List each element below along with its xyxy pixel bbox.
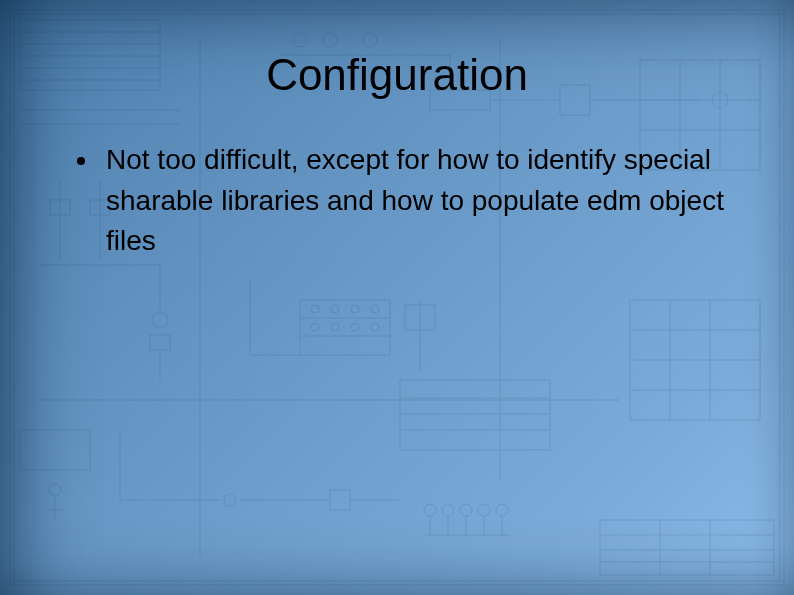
svg-point-35 <box>152 312 168 328</box>
svg-rect-67 <box>330 490 350 510</box>
svg-point-46 <box>331 323 339 331</box>
slide-title: Configuration <box>40 50 754 100</box>
svg-point-45 <box>311 323 319 331</box>
slide: Configuration Not too difficult, except … <box>0 0 794 595</box>
svg-rect-53 <box>630 300 760 420</box>
svg-point-44 <box>371 305 379 313</box>
svg-point-41 <box>311 305 319 313</box>
svg-point-72 <box>478 504 490 516</box>
svg-point-42 <box>331 305 339 313</box>
svg-rect-36 <box>150 335 170 350</box>
svg-rect-59 <box>20 430 90 470</box>
slide-content: Configuration Not too difficult, except … <box>0 0 794 262</box>
bullet-item: Not too difficult, except for how to ide… <box>100 140 724 262</box>
svg-point-70 <box>442 504 454 516</box>
svg-point-73 <box>496 504 508 516</box>
svg-rect-80 <box>600 520 774 575</box>
svg-point-43 <box>351 305 359 313</box>
svg-rect-10 <box>400 380 550 450</box>
svg-rect-38 <box>300 300 390 355</box>
svg-point-65 <box>224 494 236 506</box>
svg-point-60 <box>49 484 61 496</box>
svg-point-69 <box>424 504 436 516</box>
svg-point-47 <box>351 323 359 331</box>
svg-point-48 <box>371 323 379 331</box>
svg-rect-52 <box>405 305 435 330</box>
bullet-list: Not too difficult, except for how to ide… <box>40 140 754 262</box>
svg-point-71 <box>460 504 472 516</box>
